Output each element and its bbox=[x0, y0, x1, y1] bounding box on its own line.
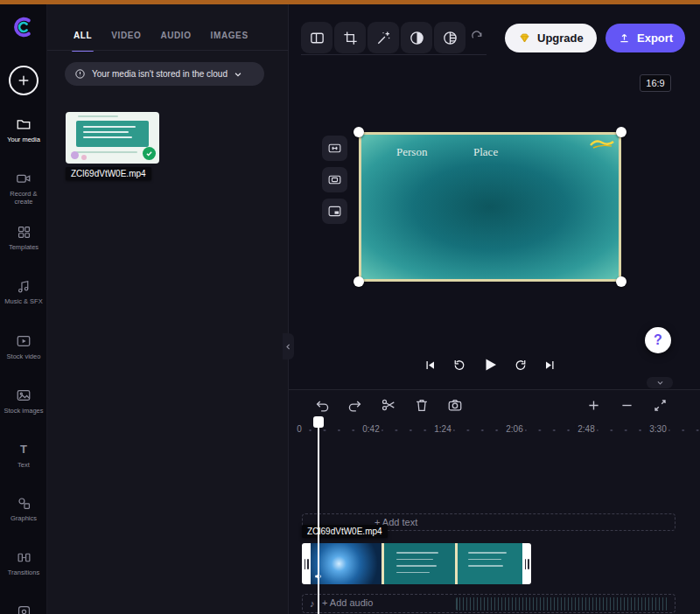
export-arrow-icon bbox=[618, 31, 631, 45]
selection-handle-top-right[interactable] bbox=[616, 127, 626, 137]
preview-canvas[interactable]: Person Place bbox=[359, 132, 621, 282]
media-tabs: ALL VIDEO AUDIO IMAGES bbox=[74, 31, 248, 46]
playhead-line[interactable] bbox=[318, 417, 319, 614]
sidebar-item-more[interactable] bbox=[0, 604, 47, 614]
thumb-decor bbox=[76, 151, 137, 153]
help-label: ? bbox=[654, 332, 662, 348]
tab-all[interactable]: ALL bbox=[74, 31, 92, 46]
sidebar-item-text[interactable]: T Text bbox=[0, 442, 47, 469]
delete-trash-button[interactable] bbox=[413, 396, 430, 414]
graphics-icon bbox=[17, 496, 32, 511]
stock-video-icon bbox=[16, 333, 32, 349]
fit-button[interactable] bbox=[322, 136, 347, 161]
add-audio-track[interactable]: ♪ + Add audio bbox=[302, 594, 676, 613]
ruler-label: 0:42 bbox=[360, 424, 382, 434]
sidebar-item-templates[interactable]: Templates bbox=[0, 225, 47, 251]
redo-button-timeline[interactable] bbox=[346, 396, 364, 414]
sidebar-item-your-media[interactable]: Your media bbox=[0, 116, 47, 143]
clip-name-tooltip: ZCl69dVtW0E.mp4 bbox=[302, 525, 388, 538]
layout-icon bbox=[309, 30, 326, 46]
canvas-text-place: Place bbox=[473, 145, 498, 159]
timeline-collapse-button[interactable] bbox=[647, 377, 673, 388]
trim-handle-left[interactable] bbox=[302, 543, 311, 584]
play-button[interactable] bbox=[481, 356, 499, 373]
ruler-ticks bbox=[289, 429, 700, 431]
skip-end-button[interactable] bbox=[543, 359, 556, 372]
panel-collapse-button[interactable] bbox=[283, 333, 294, 359]
tab-images[interactable]: IMAGES bbox=[211, 31, 248, 46]
camera-icon bbox=[16, 171, 32, 186]
undo-button[interactable] bbox=[313, 396, 331, 414]
media-thumbnail[interactable] bbox=[66, 112, 159, 164]
layout-button[interactable] bbox=[301, 22, 332, 53]
canvas-text-person: Person bbox=[396, 145, 427, 159]
skip-start-button[interactable] bbox=[424, 359, 437, 372]
upgrade-button[interactable]: Upgrade bbox=[505, 24, 597, 52]
music-note-icon bbox=[17, 279, 32, 294]
plus-icon bbox=[17, 73, 31, 87]
tab-video[interactable]: VIDEO bbox=[111, 31, 141, 46]
check-icon bbox=[143, 147, 156, 160]
adjust-colors-button[interactable] bbox=[401, 22, 432, 53]
add-audio-label: + Add audio bbox=[322, 597, 373, 608]
cloud-storage-notice[interactable]: Your media isn't stored in the cloud bbox=[65, 62, 264, 86]
aspect-ratio-badge[interactable]: 16:9 bbox=[640, 74, 671, 92]
forward-button[interactable] bbox=[514, 358, 528, 373]
trim-handle-right[interactable] bbox=[522, 543, 531, 584]
sidebar-item-music-sfx[interactable]: Music & SFX bbox=[0, 279, 47, 305]
playhead-handle[interactable] bbox=[313, 416, 324, 428]
transitions-icon bbox=[17, 550, 32, 565]
ruler-label: 2:48 bbox=[575, 424, 597, 434]
effects-button[interactable] bbox=[368, 22, 399, 53]
tab-audio[interactable]: AUDIO bbox=[160, 31, 191, 46]
split-scissors-button[interactable] bbox=[380, 396, 397, 414]
thumb-decor bbox=[78, 115, 118, 117]
sidebar-item-stock-images[interactable]: Stock images bbox=[0, 387, 47, 415]
audio-waveform-ghost bbox=[456, 597, 668, 611]
canvas-fit-tools bbox=[322, 136, 347, 224]
export-label: Export bbox=[637, 31, 673, 45]
snapshot-camera-button[interactable] bbox=[446, 396, 464, 414]
clipchamp-editor: Your media Record & create Templates Mus… bbox=[0, 0, 700, 614]
timeline-ruler[interactable]: 0 0:42 1:24 2:06 2:48 3:30 4:12 bbox=[289, 422, 700, 438]
clipchamp-logo[interactable] bbox=[11, 15, 36, 39]
text-t-icon: T bbox=[20, 442, 27, 457]
video-clip-1[interactable] bbox=[311, 543, 382, 584]
sidebar-item-graphics[interactable]: Graphics bbox=[0, 496, 47, 522]
sidebar-item-label: Your media bbox=[5, 136, 42, 143]
selection-handle-bottom-right[interactable] bbox=[616, 276, 626, 287]
effects-wand-icon bbox=[375, 30, 392, 46]
tabs-divider bbox=[47, 50, 289, 51]
selection-handle-bottom-left[interactable] bbox=[354, 276, 364, 287]
clip-thumbnail-detail bbox=[468, 552, 507, 572]
ruler-label: 2:06 bbox=[503, 424, 525, 434]
help-button[interactable]: ? bbox=[645, 327, 671, 353]
fill-frame-button[interactable] bbox=[322, 167, 347, 192]
picture-in-picture-button[interactable] bbox=[322, 199, 347, 224]
thumb-decor-board bbox=[76, 121, 149, 147]
sidebar-item-record-create[interactable]: Record & create bbox=[0, 171, 47, 206]
redo-button[interactable] bbox=[470, 29, 484, 43]
video-clip-3[interactable] bbox=[458, 543, 522, 584]
crop-icon bbox=[342, 30, 359, 46]
clip-separator bbox=[382, 543, 384, 584]
sidebar-item-transitions[interactable]: Transitions bbox=[0, 550, 47, 576]
replay-button[interactable] bbox=[452, 358, 466, 373]
stock-image-icon bbox=[16, 387, 32, 403]
add-media-button[interactable] bbox=[9, 66, 38, 95]
selection-handle-top-left[interactable] bbox=[354, 127, 364, 137]
export-button[interactable]: Export bbox=[606, 24, 685, 52]
sidebar-item-stock-video[interactable]: Stock video bbox=[0, 333, 47, 360]
zoom-out-button[interactable] bbox=[618, 396, 635, 414]
crop-button[interactable] bbox=[334, 22, 366, 53]
video-clip-2[interactable] bbox=[384, 543, 455, 584]
zoom-in-button[interactable] bbox=[584, 396, 602, 414]
sidebar-item-label: Graphics bbox=[9, 514, 38, 522]
filters-button[interactable] bbox=[434, 22, 466, 53]
picture-in-picture-icon bbox=[327, 204, 342, 219]
sidebar-item-label: Stock images bbox=[2, 407, 45, 415]
fit-timeline-button[interactable] bbox=[651, 396, 668, 414]
folder-icon bbox=[16, 116, 32, 132]
thumb-decor bbox=[71, 151, 79, 159]
notice-text: Your media isn't stored in the cloud bbox=[92, 69, 228, 79]
